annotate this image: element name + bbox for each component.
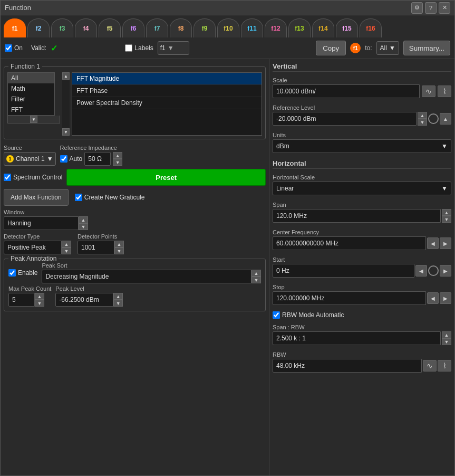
window-up[interactable]: ▲ [79,216,88,223]
on-checkbox-label[interactable]: On [5,44,23,52]
enable-label[interactable]: Enable [8,269,37,277]
mpeak-down[interactable]: ▼ [35,300,44,307]
tab-f12[interactable]: f12 [265,18,287,37]
function-fft-phase[interactable]: FFT Phase [72,85,262,97]
tab-f16[interactable]: f16 [360,18,382,37]
stop-right[interactable]: ▶ [440,292,451,304]
category-fft[interactable]: FFT [8,104,54,115]
category-math[interactable]: Math [8,83,54,94]
rlevel-nav[interactable]: ▲ [440,113,451,125]
scroll-down-btn[interactable]: ▼ [62,128,70,136]
tab-f15[interactable]: f15 [336,18,358,37]
tab-f1[interactable]: f1 [4,18,26,37]
span-up[interactable]: ▲ [442,209,451,216]
tab-f9[interactable]: f9 [193,18,216,37]
f1-dropdown[interactable]: f1 ▼ [158,41,189,55]
source-dropdown[interactable]: 1 Channel 1 ▼ [4,152,56,166]
rlevel-up[interactable]: ▲ [418,112,427,119]
help-button[interactable]: ? [425,2,437,14]
window-steppers[interactable]: ▲ ▼ [79,216,88,230]
tab-f11[interactable]: f11 [241,18,263,37]
tab-f3[interactable]: f3 [51,18,73,37]
rlevel-down[interactable]: ▼ [418,119,427,126]
labels-checkbox[interactable] [125,44,132,52]
h-scale-dropdown[interactable]: Linear ▼ [273,182,451,195]
settings-button[interactable]: ⚙ [411,2,423,14]
span-down[interactable]: ▼ [442,216,451,223]
tab-f7[interactable]: f7 [146,18,168,37]
impedance-up[interactable]: ▲ [113,152,122,159]
tab-f10[interactable]: f10 [217,18,239,37]
peak-level-steppers[interactable]: ▲ ▼ [113,293,123,307]
function-fft-magnitude[interactable]: FFT Magnitude [72,73,262,85]
impedance-steppers[interactable]: ▲ ▼ [113,152,122,166]
dtype-down[interactable]: ▼ [62,247,71,254]
create-graticule-checkbox[interactable] [75,194,82,201]
labels-text: Labels [134,44,153,52]
rbw-wave1[interactable]: ∿ [423,360,437,372]
start-circle[interactable] [428,265,439,276]
window-down[interactable]: ▼ [79,223,88,230]
list-scrollbar[interactable]: ▲ ▼ [62,72,70,136]
units-field: Units dBm ▼ [273,132,451,153]
start-right[interactable]: ▶ [440,265,451,277]
detector-points-steppers[interactable]: ▲ ▼ [114,241,124,254]
copy-button[interactable]: Copy [316,41,346,55]
mpeak-up[interactable]: ▲ [35,293,44,300]
span-steppers[interactable]: ▲ ▼ [442,209,451,223]
wave-btn1[interactable]: ∿ [422,85,435,97]
srbw-up[interactable]: ▲ [442,331,451,338]
start-left[interactable]: ◀ [415,265,427,277]
preset-button[interactable]: Preset [66,169,266,186]
dpts-up[interactable]: ▲ [114,241,124,247]
function-psd[interactable]: Power Spectral Density [72,97,262,109]
impedance-down[interactable]: ▼ [113,159,122,166]
plevel-up[interactable]: ▲ [113,293,123,300]
summary-button[interactable]: Summary... [403,41,450,55]
stop-left[interactable]: ◀ [427,292,439,304]
tab-f14[interactable]: f14 [312,18,334,37]
auto-checkbox-label[interactable]: Auto [60,155,83,163]
center-right[interactable]: ▶ [440,237,451,249]
scroll-up-btn[interactable]: ▲ [62,72,70,80]
create-graticule-label[interactable]: Create New Graticule [75,194,145,201]
ref-level-steppers[interactable]: ▲ ▼ [418,112,427,126]
tab-f4[interactable]: f4 [75,18,97,37]
dtype-up[interactable]: ▲ [62,241,71,247]
category-all[interactable]: All [8,73,54,83]
psort-down[interactable]: ▼ [251,277,261,283]
tab-f5[interactable]: f5 [99,18,121,37]
close-button[interactable]: ✕ [439,2,450,14]
tab-f6[interactable]: f6 [122,18,144,37]
tab-f2[interactable]: f2 [27,18,50,37]
peak-sort-steppers[interactable]: ▲ ▼ [251,270,261,283]
category-scroll-down[interactable]: ▼ [30,116,37,123]
labels-checkbox-label[interactable]: Labels [125,44,153,52]
rbw-auto-label[interactable]: RBW Mode Automatic [273,311,344,319]
span-rbw-value: 2.500 k : 1 [273,331,441,345]
auto-checkbox[interactable] [60,155,67,163]
rbw-auto-checkbox[interactable] [273,311,280,319]
detector-type-steppers[interactable]: ▲ ▼ [62,241,71,254]
dpts-down[interactable]: ▼ [114,247,124,254]
units-dropdown[interactable]: dBm ▼ [273,139,451,153]
wave-btn2[interactable]: ⌇ [438,85,451,97]
tab-f8[interactable]: f8 [170,18,192,37]
spectrum-checkbox[interactable] [4,174,11,181]
center-left[interactable]: ◀ [427,237,439,249]
ref-circle[interactable] [428,113,439,124]
span-rbw-steppers[interactable]: ▲ ▼ [442,331,451,345]
max-peak-steppers[interactable]: ▲ ▼ [35,293,44,307]
psort-up[interactable]: ▲ [251,270,261,277]
tab-f13[interactable]: f13 [288,18,311,37]
max-peak-field: Max Peak Count 5 ▲ ▼ [8,285,51,307]
plevel-down[interactable]: ▼ [113,300,123,307]
all-dropdown[interactable]: All ▼ [376,41,399,55]
category-filter[interactable]: Filter [8,94,54,104]
srbw-down[interactable]: ▼ [442,338,451,345]
enable-checkbox[interactable] [8,269,16,277]
spectrum-control-label[interactable]: Spectrum Control [4,174,62,181]
rbw-wave2[interactable]: ⌇ [438,360,451,372]
add-max-button[interactable]: Add Max Function [4,189,69,206]
on-checkbox[interactable] [5,44,12,52]
